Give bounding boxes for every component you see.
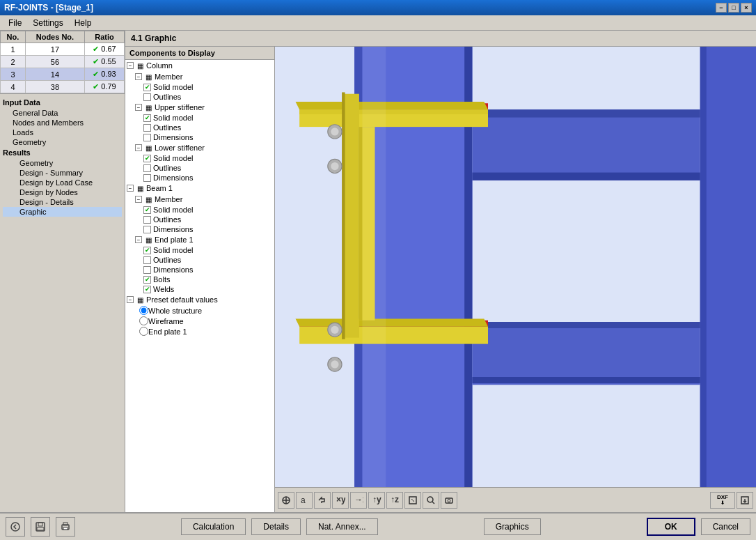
toolbar-yz-btn[interactable]: ↑y: [368, 492, 385, 509]
tree-preset-endplate1[interactable]: End plate 1: [125, 326, 274, 337]
checkbox-lower-solid[interactable]: ✔: [143, 155, 151, 162]
tree-column-solid[interactable]: ✔ Solid model: [125, 82, 274, 92]
tree-column[interactable]: − ▦ Column: [125, 60, 274, 71]
radio-whole-structure[interactable]: [139, 306, 148, 315]
toolbar-xz-btn[interactable]: →x: [350, 492, 367, 509]
save-button[interactable]: [31, 517, 50, 537]
tree-beam1-member[interactable]: − ▦ Member: [125, 194, 274, 205]
menu-file[interactable]: File: [3, 17, 27, 29]
tree-column-outlines[interactable]: Outlines: [125, 92, 274, 102]
toolbar-fit-btn[interactable]: [404, 492, 421, 509]
nat-annex-button[interactable]: Nat. Annex...: [306, 518, 378, 535]
tree-beam1-dimensions[interactable]: Dimensions: [125, 224, 274, 234]
radio-endplate1[interactable]: [139, 327, 148, 336]
table-row[interactable]: 3 14 ✔ 0.93: [1, 68, 125, 81]
expander-preset[interactable]: −: [127, 296, 134, 303]
checkbox-endplate1-solid[interactable]: ✔: [143, 247, 151, 254]
tree-endplate1-solid[interactable]: ✔ Solid model: [125, 245, 274, 255]
tree-column-member[interactable]: − ▦ Member: [125, 71, 274, 82]
radio-wireframe[interactable]: [139, 316, 148, 325]
toolbar-3d-btn[interactable]: ↑z: [386, 492, 403, 509]
calculation-button[interactable]: Calculation: [181, 518, 246, 535]
toolbar-snapshot-btn[interactable]: [441, 492, 457, 509]
table-row[interactable]: 1 17 ✔ 0.67: [1, 43, 125, 56]
tree-upper-stiffener[interactable]: − ▦ Upper stiffener: [125, 102, 274, 113]
tree-endplate1-welds[interactable]: ✔ Welds: [125, 284, 274, 294]
toolbar-view-btn[interactable]: [278, 492, 294, 509]
svg-rect-9: [472, 322, 700, 385]
tree-endplate1-dimensions[interactable]: Dimensions: [125, 265, 274, 275]
nav-geometry-input[interactable]: Geometry: [3, 137, 122, 147]
expander-upper-stiffener[interactable]: −: [135, 104, 142, 111]
checkbox-endplate1-outlines[interactable]: [143, 256, 151, 264]
tree-beam1-outlines[interactable]: Outlines: [125, 215, 274, 224]
checkbox-column-outlines[interactable]: [143, 93, 151, 101]
nav-graphic[interactable]: Graphic: [3, 207, 122, 217]
tree-lower-solid[interactable]: ✔ Solid model: [125, 153, 274, 163]
details-button[interactable]: Details: [251, 518, 301, 535]
tree-preset-wireframe[interactable]: Wireframe: [125, 316, 274, 326]
tree-lower-dimensions[interactable]: Dimensions: [125, 173, 274, 183]
checkbox-beam1-solid[interactable]: ✔: [143, 206, 151, 214]
checkbox-beam1-dimensions[interactable]: [143, 226, 151, 233]
checkbox-upper-outlines[interactable]: [143, 124, 151, 132]
nav-design-load-case[interactable]: Design by Load Case: [3, 178, 122, 187]
close-button[interactable]: ×: [741, 3, 752, 13]
back-button[interactable]: [6, 517, 25, 537]
tree-endplate1[interactable]: − ▦ End plate 1: [125, 234, 274, 245]
minimize-button[interactable]: −: [716, 3, 727, 13]
tree-endplate1-outlines[interactable]: Outlines: [125, 255, 274, 265]
nav-design-nodes[interactable]: Design by Nodes: [3, 187, 122, 197]
nav-general-data[interactable]: General Data: [3, 108, 122, 118]
table-row[interactable]: 2 56 ✔ 0.55: [1, 56, 125, 68]
tree-beam1[interactable]: − ▦ Beam 1: [125, 183, 274, 194]
maximize-button[interactable]: □: [728, 3, 739, 13]
toolbar-xy-btn[interactable]: ×y: [332, 492, 349, 509]
cell-ratio: ✔ 0.79: [84, 81, 124, 93]
expander-column-member[interactable]: −: [135, 73, 142, 80]
components-tree[interactable]: − ▦ Column − ▦ Member ✔ Solid model: [125, 60, 274, 512]
tree-upper-dimensions[interactable]: Dimensions: [125, 132, 274, 142]
toolbar-text-btn[interactable]: a: [296, 492, 313, 509]
print-button[interactable]: [56, 517, 75, 537]
nav-design-details[interactable]: Design - Details: [3, 197, 122, 207]
ok-button[interactable]: OK: [647, 518, 695, 536]
dxf-button[interactable]: DXF ⬇: [710, 492, 735, 509]
nav-loads[interactable]: Loads: [3, 128, 122, 137]
checkbox-endplate1-bolts[interactable]: ✔: [143, 276, 151, 284]
checkbox-lower-outlines[interactable]: [143, 164, 151, 172]
menu-help[interactable]: Help: [69, 17, 97, 29]
expander-lower-stiffener[interactable]: −: [135, 144, 142, 151]
tree-preset[interactable]: − ▦ Preset default values: [125, 294, 274, 305]
expander-endplate1[interactable]: −: [135, 236, 142, 243]
expander-beam1[interactable]: −: [127, 185, 134, 192]
menu-settings[interactable]: Settings: [27, 17, 68, 29]
tree-lower-outlines[interactable]: Outlines: [125, 163, 274, 173]
cancel-button[interactable]: Cancel: [701, 518, 750, 535]
checkbox-column-solid[interactable]: ✔: [143, 84, 151, 91]
tree-endplate1-bolts[interactable]: ✔ Bolts: [125, 275, 274, 284]
graphics-button[interactable]: Graphics: [484, 518, 541, 535]
tree-beam1-solid[interactable]: ✔ Solid model: [125, 205, 274, 215]
graphic-area: a ×y →x ↑y: [275, 47, 756, 512]
toolbar-export-btn[interactable]: [737, 492, 753, 509]
expander-beam1-member[interactable]: −: [135, 196, 142, 203]
nav-geometry-result[interactable]: Geometry: [3, 158, 122, 168]
checkbox-upper-dimensions[interactable]: [143, 134, 151, 141]
checkbox-upper-solid[interactable]: ✔: [143, 114, 151, 122]
nav-nodes-members[interactable]: Nodes and Members: [3, 118, 122, 128]
checkbox-lower-dimensions[interactable]: [143, 174, 151, 182]
tree-upper-solid[interactable]: ✔ Solid model: [125, 113, 274, 123]
toolbar-rotate-btn[interactable]: [314, 492, 331, 509]
tree-preset-whole[interactable]: Whole structure: [125, 305, 274, 316]
expander-column[interactable]: −: [127, 62, 134, 69]
checkbox-endplate1-welds[interactable]: ✔: [143, 286, 151, 293]
tree-upper-outlines[interactable]: Outlines: [125, 123, 274, 132]
checkbox-beam1-outlines[interactable]: [143, 216, 151, 224]
beam1-member-icon: ▦: [143, 194, 153, 204]
toolbar-zoom-btn[interactable]: [423, 492, 439, 509]
nav-design-summary[interactable]: Design - Summary: [3, 168, 122, 178]
tree-lower-stiffener[interactable]: − ▦ Lower stiffener: [125, 142, 274, 153]
table-row[interactable]: 4 38 ✔ 0.79: [1, 81, 125, 93]
checkbox-endplate1-dimensions[interactable]: [143, 266, 151, 274]
